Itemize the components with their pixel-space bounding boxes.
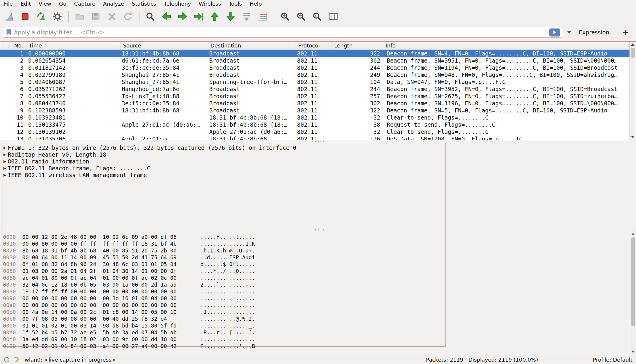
column-header-protocol[interactable]: Protocol (296, 42, 332, 50)
detail-line[interactable]: ▶ IEEE 802.11 wireless LAN management fr… (0, 171, 636, 178)
expert-info-button[interactable] (4, 357, 10, 363)
packet-row[interactable]: 5 0.024060087 Shanghai_27:85:41 Spanning… (0, 78, 629, 85)
packet-source: 18:31:bf:4b:8b:68 (120, 50, 208, 57)
column-header-no[interactable]: No. (0, 42, 26, 50)
filter-bookmark-icon[interactable] (6, 29, 12, 36)
menu-item[interactable]: Go (55, 0, 70, 8)
restart-capture-button[interactable] (33, 9, 49, 24)
detail-line[interactable]: ▶ IEEE 802.11 Beacon frame, Flags: .....… (0, 165, 636, 171)
hex-row[interactable]: 00c0 00 7f 08 05 00 08 00 00 00 40 dd 25… (0, 315, 630, 322)
pane-divider[interactable] (0, 229, 636, 231)
go-to-last-packet-button[interactable] (223, 9, 239, 24)
menu-item[interactable]: Edit (17, 0, 35, 8)
packet-length: 302 (332, 57, 383, 64)
hex-row[interactable]: 0030 00 00 64 00 11 14 00 09 45 53 50 2d… (0, 254, 630, 261)
reload-capture-file-button[interactable] (120, 9, 136, 24)
hex-row[interactable]: 00a0 00 00 00 00 00 00 00 00 00 00 00 00… (0, 302, 630, 309)
packet-row[interactable]: 8 0.080443740 3e:f5:cc:0e:35:84 Broadcas… (0, 100, 629, 107)
menu-item[interactable]: Tools (225, 0, 246, 8)
menu-item[interactable]: Telephony (160, 0, 195, 8)
expand-arrow-icon[interactable]: ▶ (2, 146, 8, 150)
save-capture-file-button[interactable] (88, 9, 104, 24)
capture-options-button[interactable] (49, 9, 65, 24)
column-header-destination[interactable]: Destination (208, 42, 296, 50)
hex-row[interactable]: 0020 8b 68 18 31 bf 4b 8b 68 40 00 85 51… (0, 247, 630, 254)
start-capture-button[interactable] (1, 9, 17, 24)
expand-arrow-icon[interactable]: ▶ (2, 152, 8, 157)
menu-item[interactable]: Wireless (195, 0, 225, 8)
packet-row[interactable]: 1 0.000000000 18:31:bf:4b:8b:68 Broadcas… (0, 50, 629, 57)
detail-line[interactable]: ▶ Frame 1: 322 bytes on wire (2576 bits)… (0, 144, 636, 151)
profile-button[interactable]: Profile: Default (593, 357, 632, 363)
scrollbar-thumb[interactable] (631, 48, 635, 58)
go-to-packet-button[interactable] (191, 9, 207, 24)
menu-item[interactable]: Capture (70, 0, 99, 8)
expand-arrow-icon[interactable]: ▶ (2, 166, 8, 170)
zoom-out-button[interactable] (293, 9, 309, 24)
scroll-up-button[interactable] (630, 231, 636, 237)
packet-row[interactable]: 3 0.011827142 3c:f5:cc:0e:35:84 Broadcas… (0, 64, 629, 71)
scrollbar-thumb[interactable] (631, 237, 635, 326)
hex-row[interactable]: 0060 ac 04 01 00 00 0f ac 04 01 00 00 0f… (0, 274, 630, 281)
stop-capture-button[interactable] (17, 9, 33, 24)
packet-row[interactable]: 4 0.022799189 Shanghai_27:85:41 Broadcas… (0, 71, 629, 78)
hex-row[interactable]: 0050 01 03 00 00 2a 01 04 2f 01 04 30 14… (0, 268, 630, 274)
column-header-source[interactable]: Source (120, 42, 208, 50)
menu-item[interactable]: Analyze (99, 0, 128, 8)
hex-row[interactable]: 00d0 01 01 01 02 01 00 03 14 98 d8 bd b4… (0, 322, 630, 329)
packet-row[interactable]: 13 0.131035706 Apple_27:01:ac 18:31:bf:4… (0, 135, 629, 140)
packet-row[interactable]: 9 0.102388593 18:31:bf:4b:8b:68 Broadcas… (0, 107, 629, 114)
detail-line[interactable]: ▶ 802.11 radio information (0, 158, 636, 165)
hex-row[interactable]: 0040 6f 01 08 82 84 8b 96 24 30 48 6c 03… (0, 261, 630, 268)
packet-list-scrollbar[interactable] (629, 42, 636, 140)
menu-item[interactable]: Statistics (128, 0, 160, 8)
filter-dropdown-button[interactable] (566, 28, 573, 37)
hex-row[interactable]: 00f0 3a ed dd 09 00 10 18 02 03 00 9c 00… (0, 336, 630, 343)
expand-arrow-icon[interactable]: ▶ (2, 173, 8, 177)
go-to-first-packet-button[interactable] (207, 9, 223, 24)
colorize-packets-button[interactable] (255, 9, 271, 24)
detail-line[interactable]: ▶ Radiotap Header v0, Length 18 (0, 151, 636, 158)
scroll-down-button[interactable] (630, 349, 636, 355)
hex-row[interactable]: 0090 00 00 00 00 00 00 00 00 00 3d 16 01… (0, 295, 630, 302)
scroll-up-button[interactable] (630, 42, 636, 47)
zoom-original-button[interactable]: 1:1 (309, 9, 325, 24)
hex-row[interactable]: 0100 50 f2 02 01 01 84 00 03 a4 00 00 27… (0, 343, 630, 349)
expand-arrow-icon[interactable]: ▶ (2, 159, 8, 163)
resize-columns-button[interactable] (325, 9, 341, 24)
go-forward-button[interactable] (175, 9, 191, 24)
go-back-button[interactable] (158, 9, 175, 24)
find-packet-button[interactable] (142, 9, 158, 24)
column-header-time[interactable]: Time (26, 42, 120, 50)
hex-row[interactable]: 0000 00 00 12 00 2e 48 00 00 10 02 6c 09… (0, 233, 630, 240)
menu-item[interactable]: Help (246, 0, 266, 8)
packet-row[interactable]: 10 0.103923481 18:31:bf:4b:8b:68 (18:… 8… (0, 114, 629, 121)
packet-row[interactable]: 2 0.002654354 d6:61:fe:cd:7a:6e Broadcas… (0, 57, 629, 64)
close-capture-file-button[interactable] (104, 9, 120, 24)
hex-scrollbar[interactable] (630, 231, 636, 355)
hex-row[interactable]: 0070 32 04 0c 12 18 60 0b 05 03 00 1a 00… (0, 281, 630, 288)
open-capture-file-button[interactable] (72, 9, 88, 24)
pane-divider[interactable] (0, 140, 636, 143)
menu-item[interactable]: File (0, 0, 17, 8)
column-header-info[interactable]: Info (383, 42, 629, 50)
expression-button[interactable]: Expression... (576, 29, 617, 36)
packet-row[interactable]: 11 0.130133475 Apple_27:01:ac (d0:a6:… 1… (0, 121, 629, 128)
display-filter-field[interactable] (3, 27, 562, 38)
zoom-in-button[interactable] (277, 9, 293, 24)
hex-row[interactable]: 00b0 00 4a 0e 14 00 0a 00 2c 01 c8 00 14… (0, 309, 630, 315)
add-filter-button[interactable]: + (621, 28, 633, 37)
menu-item[interactable]: View (35, 0, 55, 8)
display-filter-input[interactable] (14, 29, 547, 36)
capture-comment-button[interactable] (13, 356, 20, 363)
scroll-down-button[interactable] (630, 134, 636, 140)
column-header-length[interactable]: Length (332, 42, 383, 50)
auto-scroll-button[interactable] (239, 9, 255, 24)
packet-row[interactable]: 7 0.055536422 Tp-LinkT_ef:48:88 Broadcas… (0, 93, 629, 100)
packet-row[interactable]: 6 0.035271262 Hangzhou_cd:7a:6e Broadcas… (0, 85, 629, 93)
hex-row[interactable]: 0080 19 17 ff ff ff 00 00 00 00 00 00 00… (0, 288, 630, 295)
filter-apply-button[interactable] (549, 28, 560, 36)
hex-row[interactable]: 00e0 1f 52 b4 b5 b7 72 ae e5 5b ab 3a ed… (0, 329, 630, 336)
packet-row[interactable]: 12 0.130139102 Apple_27:01:ac (d0:a6:… 8… (0, 128, 629, 135)
hex-row[interactable]: 0010 00 00 80 00 00 00 ff ff ff ff ff ff… (0, 240, 630, 247)
